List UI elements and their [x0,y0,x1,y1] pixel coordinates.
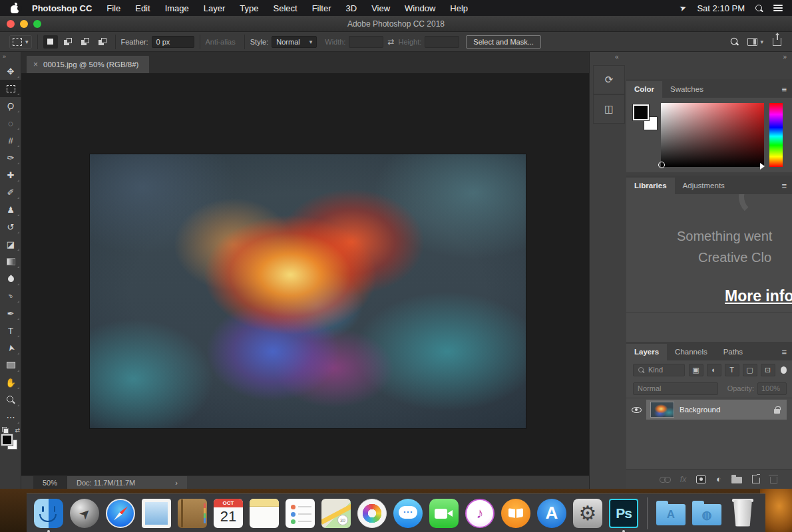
dock-launchpad-icon[interactable]: ➤ [69,498,100,529]
dock-folder-downloads-icon[interactable]: ◍ [692,498,722,529]
dock-mail-icon[interactable] [141,498,172,529]
filter-type-icon[interactable]: T [725,364,739,376]
toolbar-collapse-icon[interactable]: » [0,52,21,63]
dock-finder-icon[interactable] [33,498,64,529]
history-panel-icon[interactable]: ⟳ [593,65,625,94]
zoom-tool[interactable] [0,391,21,408]
search-icon[interactable] [731,38,739,46]
delete-layer-icon[interactable] [770,475,777,484]
menu-item-select[interactable]: Select [273,3,297,13]
lasso-tool[interactable]: Ϙ [0,97,21,114]
tab-layers[interactable]: Layers [626,344,667,360]
eraser-tool[interactable]: ◪ [0,235,21,253]
dock-photos-icon[interactable] [357,498,387,529]
tab-adjustments[interactable]: Adjustments [675,178,733,194]
spot-healing-brush-tool[interactable]: ✚ [0,166,21,184]
dock-calendar-icon[interactable]: OCT21 [213,498,244,529]
saturation-brightness-field[interactable] [661,103,764,167]
menu-item-help[interactable]: Help [450,3,468,13]
menu-item-type[interactable]: Type [240,3,258,13]
rectangle-tool[interactable] [0,356,21,374]
width-input[interactable] [349,36,383,48]
dock-itunes-icon[interactable]: ♪ [465,498,495,529]
menu-item-filter[interactable]: Filter [312,3,331,13]
move-tool[interactable]: ✥ [0,63,21,80]
dock-safari-icon[interactable] [105,498,136,529]
add-to-selection-button[interactable] [61,35,75,49]
pen-tool[interactable]: ✒ [0,305,21,322]
zoom-level-input[interactable]: 50% [33,476,67,489]
swap-colors-icon[interactable]: ⇄ [15,427,20,434]
tab-channels[interactable]: Channels [667,344,715,360]
layer-name[interactable]: Background [680,406,769,414]
select-and-mask-button[interactable]: Select and Mask... [466,35,541,49]
tab-color[interactable]: Color [626,81,662,98]
layer-filter-toggle[interactable] [781,366,787,374]
dock-contacts-icon[interactable] [177,498,208,529]
new-selection-button[interactable] [43,35,58,49]
menu-item-file[interactable]: File [106,3,120,13]
new-adjustment-layer-icon[interactable]: ◐ [716,474,721,484]
panel-menu-icon[interactable]: ≡ [781,84,787,94]
gradient-tool[interactable] [0,253,21,270]
edit-toolbar[interactable]: ⋯ [0,408,21,426]
layer-lock-icon[interactable] [774,409,780,414]
apple-menu-icon[interactable] [11,3,20,13]
dock-books-icon[interactable] [500,498,531,529]
intersect-selection-button[interactable] [95,35,110,49]
filter-adjustment-icon[interactable]: ◐ [707,364,721,376]
quick-selection-tool[interactable]: ◌ [0,114,21,132]
dodge-tool[interactable]: ♀ [0,287,21,305]
add-layer-mask-icon[interactable] [696,475,706,483]
blend-mode-select[interactable]: Normal [633,382,718,395]
title-bar[interactable]: Adobe Photoshop CC 2018 [0,16,792,32]
hand-tool[interactable]: ✋ [0,374,21,391]
canvas-area[interactable] [21,73,589,475]
menu-item-layer[interactable]: Layer [204,3,226,13]
crop-tool[interactable]: # [0,132,21,149]
tab-swatches[interactable]: Swatches [662,81,711,98]
pointer-status-icon[interactable]: ➤ [678,3,688,14]
foreground-color-chip[interactable] [633,104,649,120]
menu-item-3d[interactable]: 3D [346,3,357,13]
expand-panels-icon[interactable]: » [783,53,787,61]
color-swatch-widget[interactable]: ⇄ [0,427,21,450]
dock-appstore-icon[interactable]: A [536,498,567,529]
dock-photoshop-icon[interactable]: Ps [608,498,639,529]
hue-slider[interactable] [769,103,783,167]
dock-notes-icon[interactable] [249,498,280,529]
style-select[interactable]: Normal ▾ [272,36,317,48]
antialias-checkbox-label[interactable]: Anti-alias [206,38,236,46]
blur-tool[interactable] [0,270,21,287]
dock-messages-icon[interactable] [393,498,423,529]
collapse-panels-icon[interactable]: « [615,53,619,61]
new-layer-icon[interactable] [752,475,760,483]
dock-reminders-icon[interactable] [285,498,315,529]
menu-app-name[interactable]: Photoshop CC [32,3,92,13]
subtract-from-selection-button[interactable] [78,35,93,49]
history-brush-tool[interactable]: ↺ [0,218,21,235]
filter-smart-object-icon[interactable]: ⊡ [761,364,775,376]
tab-libraries[interactable]: Libraries [626,178,675,194]
opacity-input[interactable]: 100% [757,382,787,395]
layer-row-background[interactable]: Background [626,400,792,420]
dock-facetime-icon[interactable] [429,498,459,529]
document-image[interactable] [90,154,526,428]
foreground-color-swatch[interactable] [1,434,13,446]
dock-system-preferences-icon[interactable]: ⚙ [572,498,603,529]
brush-tool[interactable]: ✐ [0,184,21,201]
document-tab[interactable]: × 00015.jpg @ 50% (RGB/8#) [27,56,149,73]
dock-folder-applications-icon[interactable]: A [656,498,686,529]
dock-maps-icon[interactable]: 30 [321,498,351,529]
tab-paths[interactable]: Paths [715,344,751,360]
clone-stamp-tool[interactable]: ♟ [0,201,21,218]
layer-thumbnail[interactable] [650,402,674,418]
share-icon[interactable] [773,38,781,46]
rectangular-marquee-tool[interactable] [0,80,21,97]
layer-style-fx-icon[interactable]: fx [680,475,686,484]
menu-item-view[interactable]: View [371,3,390,13]
eyedropper-tool[interactable]: ✑ [0,149,21,166]
panel-menu-icon[interactable]: ≡ [781,347,787,357]
dock-trash-icon[interactable] [727,498,758,529]
close-tab-icon[interactable]: × [33,60,38,69]
